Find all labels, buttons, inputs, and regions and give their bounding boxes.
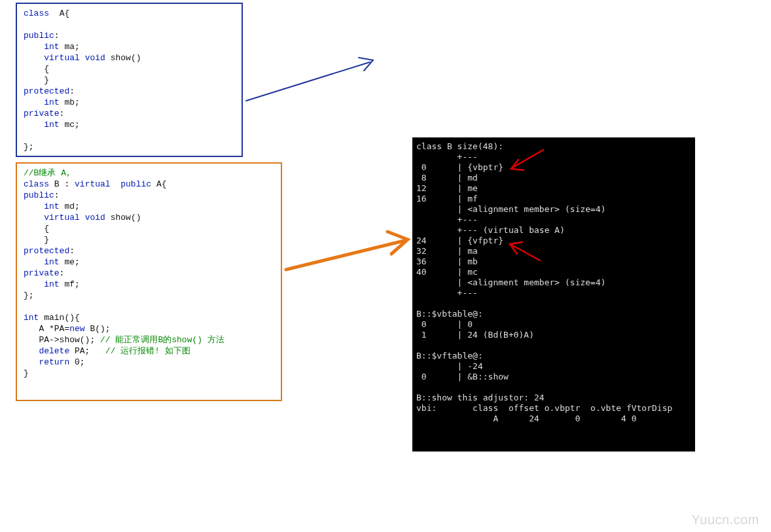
tline: +--- bbox=[416, 215, 478, 224]
token: md; bbox=[64, 202, 79, 211]
token bbox=[49, 179, 54, 189]
token bbox=[24, 357, 39, 367]
token: : bbox=[69, 246, 75, 256]
arrow-a-icon bbox=[246, 58, 373, 101]
token bbox=[24, 335, 39, 345]
token: : bbox=[60, 109, 65, 118]
token: return bbox=[39, 357, 69, 367]
code-box-class-b: //B继承 A, class B : virtual public A{ pub… bbox=[16, 162, 282, 401]
token bbox=[105, 213, 111, 222]
tline: | <alignment member> (size=4) bbox=[416, 204, 606, 214]
token: private bbox=[24, 109, 60, 118]
token: { bbox=[44, 224, 49, 234]
token bbox=[24, 64, 44, 74]
svg-line-0 bbox=[246, 62, 370, 101]
token: int bbox=[44, 42, 59, 52]
token bbox=[24, 98, 44, 107]
token: // 运行报错! 如下图 bbox=[105, 346, 190, 356]
token: }; bbox=[24, 291, 34, 300]
tline: | <alignment member> (size=4) bbox=[416, 277, 606, 287]
token: ma; bbox=[64, 42, 79, 52]
token bbox=[24, 42, 44, 52]
token: // 能正常调用B的show() 方法 bbox=[100, 335, 224, 345]
tline: 0 | &B::show bbox=[416, 372, 509, 381]
tline: | -24 bbox=[416, 361, 483, 371]
token: int bbox=[44, 98, 59, 107]
token bbox=[24, 120, 44, 130]
token: virtual bbox=[44, 53, 80, 63]
token: private bbox=[24, 268, 60, 278]
tline: 0 | 0 bbox=[416, 319, 473, 329]
token: : bbox=[60, 268, 65, 278]
token: A{ bbox=[156, 179, 167, 189]
tline: class B size(48): bbox=[416, 141, 503, 151]
token: void bbox=[85, 213, 105, 222]
tline: B::show this adjustor: 24 bbox=[416, 393, 545, 402]
token: mf; bbox=[64, 279, 79, 289]
token: } bbox=[44, 75, 49, 85]
tline: 12 | me bbox=[416, 183, 478, 193]
token bbox=[24, 324, 39, 334]
token: protected bbox=[24, 246, 69, 256]
token bbox=[24, 257, 44, 267]
token: class bbox=[24, 9, 49, 18]
token: { bbox=[44, 64, 49, 74]
token: mb; bbox=[64, 98, 79, 107]
token: B : bbox=[54, 179, 75, 189]
token: mc; bbox=[64, 120, 79, 130]
token: A *PA= bbox=[39, 324, 69, 334]
tline: B::$vftable@: bbox=[416, 351, 483, 361]
code-box-class-a: class A{ public: int ma; virtual void sh… bbox=[16, 3, 243, 157]
token: //B继承 A, bbox=[24, 168, 71, 178]
token bbox=[49, 9, 60, 18]
terminal-output: class B size(48): +--- 0 | {vbptr} 8 | m… bbox=[412, 137, 695, 452]
token: main(){ bbox=[44, 313, 80, 323]
token: int bbox=[44, 257, 59, 267]
token: public bbox=[24, 31, 54, 41]
tline: 36 | mb bbox=[416, 257, 478, 266]
tline: 1 | 24 (Bd(B+0)A) bbox=[416, 330, 534, 340]
token bbox=[24, 224, 44, 234]
tline: 0 | {vbptr} bbox=[416, 162, 503, 172]
tline: +--- (virtual base A) bbox=[416, 225, 565, 235]
token bbox=[24, 202, 44, 211]
token bbox=[24, 213, 44, 222]
tline: 40 | mc bbox=[416, 267, 478, 277]
token bbox=[111, 179, 121, 189]
token: A{ bbox=[60, 9, 70, 18]
token: int bbox=[44, 120, 59, 130]
token: 0; bbox=[69, 357, 84, 367]
token bbox=[151, 179, 156, 189]
token: public bbox=[120, 179, 151, 189]
tline: 16 | mf bbox=[416, 194, 478, 204]
tline: +--- bbox=[416, 152, 478, 162]
token bbox=[24, 75, 44, 85]
token: me; bbox=[64, 257, 79, 267]
token: void bbox=[85, 53, 105, 63]
token: show() bbox=[111, 213, 141, 222]
token: show() bbox=[111, 53, 141, 63]
token: delete bbox=[39, 346, 69, 356]
token: PA->show(); bbox=[39, 335, 100, 345]
token bbox=[105, 53, 111, 63]
token: : bbox=[54, 31, 60, 41]
token: }; bbox=[24, 142, 34, 152]
token: B(); bbox=[85, 324, 111, 334]
token bbox=[80, 213, 85, 222]
tline: +--- bbox=[416, 288, 478, 298]
tline: B::$vbtable@: bbox=[416, 309, 483, 319]
token: PA; bbox=[69, 346, 105, 356]
token: } bbox=[24, 368, 29, 378]
token: : bbox=[54, 190, 60, 200]
tline: A 24 0 4 0 bbox=[416, 414, 637, 423]
token: int bbox=[24, 313, 39, 323]
token: public bbox=[24, 190, 54, 200]
svg-line-1 bbox=[286, 241, 404, 270]
arrow-b-icon bbox=[286, 232, 408, 270]
token: class bbox=[24, 179, 49, 189]
token: } bbox=[44, 235, 49, 245]
token bbox=[24, 279, 44, 289]
token bbox=[24, 346, 39, 356]
token bbox=[80, 53, 85, 63]
tline: 8 | md bbox=[416, 173, 478, 183]
